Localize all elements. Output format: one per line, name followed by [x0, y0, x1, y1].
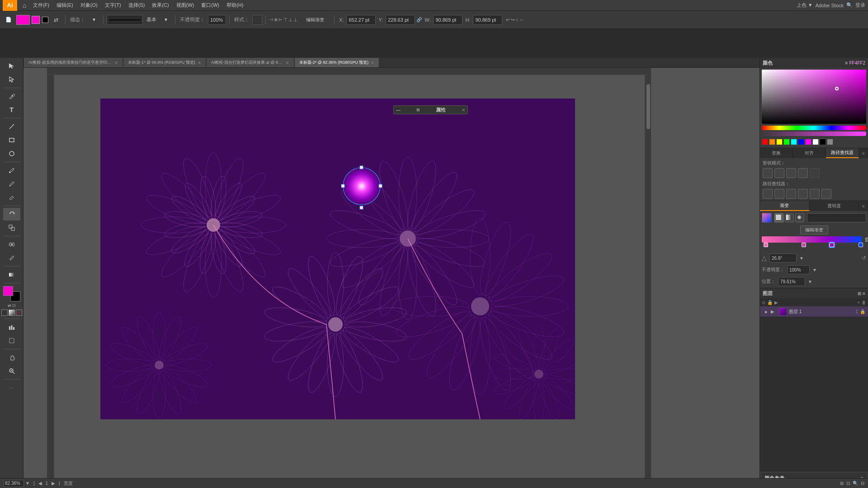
- selection-tool[interactable]: [3, 60, 20, 72]
- status-icon-1[interactable]: ⊞: [840, 481, 844, 486]
- position-input[interactable]: [778, 277, 805, 286]
- adobe-stock-link[interactable]: Adobe Stock: [816, 3, 844, 8]
- hue-slider[interactable]: [762, 126, 866, 130]
- direct-selection-tool[interactable]: [3, 73, 20, 86]
- stroke-preview[interactable]: [107, 15, 143, 25]
- toolbar-fill-color[interactable]: [32, 16, 40, 24]
- align-tab[interactable]: 对齐: [793, 148, 826, 158]
- menu-help[interactable]: 帮助(H): [223, 1, 246, 9]
- shape-subtract-btn[interactable]: [774, 168, 784, 178]
- pf-outline-btn[interactable]: [810, 189, 820, 199]
- status-icon-2[interactable]: ⊡: [846, 481, 850, 486]
- gradient-tab[interactable]: 渐变: [760, 201, 810, 211]
- layer-expand-btn[interactable]: ▶: [774, 300, 778, 305]
- eyedropper-tool[interactable]: [3, 252, 20, 264]
- layer-lock-1[interactable]: 🔒: [860, 309, 865, 314]
- pen-tool[interactable]: [3, 90, 20, 103]
- shape-apply-btn[interactable]: [810, 168, 820, 178]
- prev-page-btn[interactable]: ◀: [38, 481, 42, 486]
- artboard-tool[interactable]: [3, 334, 20, 347]
- prop-minimize-btn[interactable]: —: [396, 108, 401, 113]
- paintbrush-tool[interactable]: [3, 164, 20, 177]
- menu-select[interactable]: 选择(S): [125, 1, 148, 9]
- status-icon-3[interactable]: 🔍: [853, 481, 858, 486]
- gradient-stop-3[interactable]: [859, 243, 863, 247]
- swap-colors-btn[interactable]: ⇄: [50, 14, 62, 26]
- align-left-btn[interactable]: ⊣: [269, 17, 273, 22]
- color-swatch-magenta[interactable]: [805, 139, 811, 145]
- align-right-btn[interactable]: ⊢: [278, 17, 283, 22]
- pf-crop-btn[interactable]: [798, 189, 808, 199]
- tab-2-close[interactable]: ✕: [286, 61, 289, 65]
- shape-add-btn[interactable]: [763, 168, 773, 178]
- w-input[interactable]: [433, 15, 462, 25]
- hand-tool[interactable]: [3, 351, 20, 364]
- rotate-tool[interactable]: [3, 208, 20, 221]
- gradient-delete-btn[interactable]: 🗑: [864, 236, 868, 243]
- angle-input[interactable]: [769, 253, 797, 263]
- layer-expand-1[interactable]: ▶: [771, 309, 777, 314]
- align-center-btn[interactable]: ⊕: [274, 17, 278, 22]
- color-swatch-black[interactable]: [820, 139, 826, 145]
- pf-divide-btn[interactable]: [763, 189, 773, 199]
- layer-vis-all-btn[interactable]: ⊙: [762, 300, 765, 305]
- position-dropdown[interactable]: ▼: [808, 279, 812, 284]
- panel-menu-btn[interactable]: ≡: [859, 148, 868, 158]
- next-page-btn[interactable]: ▶: [52, 481, 55, 486]
- layer-item-1[interactable]: ● ▶ 图层 1 1 🔒: [760, 306, 868, 317]
- tab-2[interactable]: AI教程-混合打造梦幻花井效果.ai @ 84.09% (RGB/GPU 预览)…: [206, 58, 294, 67]
- x-input[interactable]: [346, 15, 376, 25]
- pencil-tool[interactable]: [3, 178, 20, 190]
- toolbar-stroke-color[interactable]: [42, 17, 48, 23]
- gradient-stop-2-selected[interactable]: [830, 243, 834, 247]
- layers-menu-btn[interactable]: ≡: [863, 291, 865, 296]
- zoom-tool[interactable]: [3, 365, 20, 377]
- shape-intersect-btn[interactable]: [786, 168, 796, 178]
- chart-tool[interactable]: [3, 321, 20, 333]
- color-swatch-green[interactable]: [783, 139, 790, 145]
- shape-exclude-btn[interactable]: [798, 168, 808, 178]
- workspace-selector[interactable]: 上色 ▼: [797, 2, 813, 9]
- status-icon-4[interactable]: ⊟: [861, 481, 864, 486]
- h-input[interactable]: [473, 15, 502, 25]
- canvas-area[interactable]: /* ruler marks */ AI教程-超实用的海距填角技巧的意字悬空印字…: [24, 58, 760, 488]
- color-swatch-gray[interactable]: [827, 139, 833, 145]
- gradient-color-bar[interactable]: [762, 236, 862, 243]
- color-swatch-yellow[interactable]: [776, 139, 783, 145]
- align-bottom-btn[interactable]: ⊥: [293, 17, 297, 22]
- layer-lock-all-btn[interactable]: 🔒: [767, 300, 773, 305]
- tab-3-close[interactable]: ✕: [371, 61, 374, 65]
- tab-1-close[interactable]: ✕: [198, 61, 201, 65]
- menu-window[interactable]: 窗口(W): [198, 1, 222, 9]
- menu-view[interactable]: 视图(W): [173, 1, 198, 9]
- stroke-type-dropdown[interactable]: ▼: [160, 14, 172, 26]
- brush-dropdown-btn[interactable]: ▼: [88, 14, 100, 26]
- gradient-type-select[interactable]: [807, 213, 866, 222]
- more-transform-btns[interactable]: ↩ ↪ ↕ ↔: [506, 17, 524, 22]
- edit-gradient-btn[interactable]: 编辑渐变: [299, 14, 331, 26]
- tab-0-close[interactable]: ✕: [114, 61, 118, 65]
- gradient-tool[interactable]: [3, 268, 20, 281]
- scale-tool[interactable]: [3, 221, 20, 234]
- pathfinder-tab[interactable]: 路径查找器: [826, 148, 859, 158]
- gradient-stop-1[interactable]: [802, 243, 806, 247]
- tab-1[interactable]: 未标题-1* @ 56.9% (RGB/GPU 预览) ✕: [123, 58, 206, 67]
- fill-color-swatch[interactable]: [16, 15, 30, 25]
- y-input[interactable]: [386, 15, 415, 25]
- rectangle-tool[interactable]: [3, 134, 20, 146]
- style-swatch[interactable]: [252, 15, 262, 25]
- menu-object[interactable]: 对象(O): [77, 1, 101, 9]
- menu-file[interactable]: 文件(F): [30, 1, 52, 9]
- zoom-dropdown[interactable]: ▼: [25, 481, 30, 486]
- transparency-tab[interactable]: 透明度: [810, 201, 859, 211]
- gradient-radial-btn[interactable]: [795, 213, 804, 222]
- eraser-tool[interactable]: [3, 191, 20, 204]
- ellipse-tool[interactable]: [3, 147, 20, 160]
- signin-button[interactable]: 登录: [855, 2, 865, 9]
- opacity-input2[interactable]: [787, 265, 810, 274]
- gradient-none-btn[interactable]: [774, 213, 783, 222]
- layer-del-btn[interactable]: 🗑: [862, 300, 866, 305]
- menu-edit[interactable]: 编辑(E): [53, 1, 76, 9]
- line-tool[interactable]: [3, 120, 20, 133]
- gradient-stop-0[interactable]: [764, 243, 768, 247]
